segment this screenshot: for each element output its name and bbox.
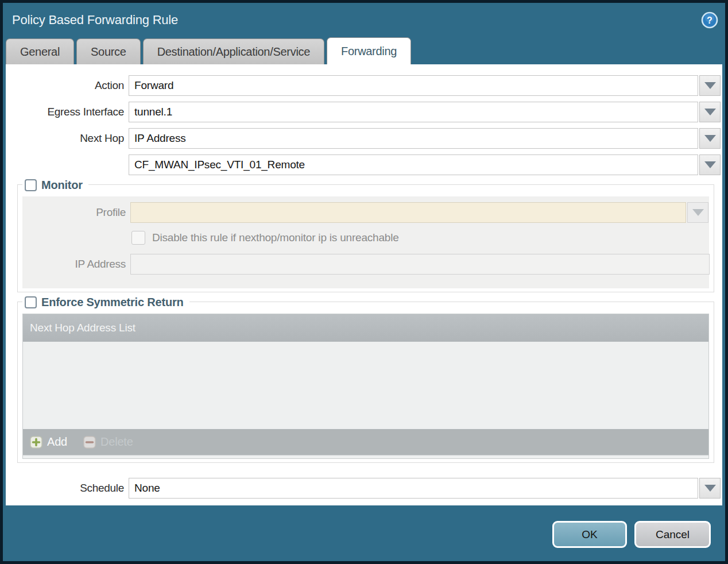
profile-select <box>130 202 686 223</box>
next-hop-type-select[interactable]: IP Address <box>129 128 698 149</box>
plus-icon <box>30 436 42 449</box>
disable-rule-label: Disable this rule if nexthop/monitor ip … <box>152 231 399 244</box>
chevron-down-icon <box>692 209 704 216</box>
chevron-down-icon <box>704 485 716 492</box>
schedule-row: Schedule None <box>11 478 719 499</box>
next-hop-row: Next Hop IP Address <box>11 128 719 149</box>
tab-bar: General Source Destination/Application/S… <box>3 37 725 64</box>
next-hop-address-field[interactable]: CF_MWAN_IPsec_VTI_01_Remote <box>129 154 698 175</box>
schedule-dropdown-button[interactable] <box>699 478 721 499</box>
action-select[interactable]: Forward <box>129 75 698 96</box>
tab-destination-application-service[interactable]: Destination/Application/Service <box>143 38 324 64</box>
next-hop-address-dropdown-button[interactable] <box>699 154 721 175</box>
next-hop-label: Next Hop <box>11 132 129 145</box>
table-bottom-strip <box>22 455 709 459</box>
ok-button[interactable]: OK <box>552 521 627 548</box>
next-hop-address-list-body <box>23 342 708 429</box>
svg-text:?: ? <box>707 16 712 25</box>
tab-forwarding[interactable]: Forwarding <box>327 37 411 64</box>
enforce-symmetric-return-label: Enforce Symmetric Return <box>41 296 184 309</box>
disable-rule-row: Disable this rule if nexthop/monitor ip … <box>131 230 709 246</box>
action-label: Action <box>11 79 129 92</box>
tab-source[interactable]: Source <box>76 38 141 64</box>
tab-panel-forwarding: Action Forward Egress Interface tunnel.1… <box>6 64 722 505</box>
next-hop-address-row: CF_MWAN_IPsec_VTI_01_Remote <box>11 154 719 175</box>
egress-interface-row: Egress Interface tunnel.1 <box>11 102 719 122</box>
delete-button: Delete <box>83 435 133 449</box>
profile-dropdown-button <box>687 202 708 223</box>
next-hop-dropdown-button[interactable] <box>699 128 721 149</box>
egress-interface-select[interactable]: tunnel.1 <box>129 102 698 122</box>
monitor-section: Monitor Profile Disable this rule if nex… <box>17 184 714 292</box>
add-button-label: Add <box>47 435 67 449</box>
monitor-ip-address-input <box>130 254 710 275</box>
chevron-down-icon <box>704 161 716 168</box>
action-row: Action Forward <box>11 75 719 96</box>
enforce-symmetric-return-section: Enforce Symmetric Return Next Hop Addres… <box>17 302 714 463</box>
delete-button-label: Delete <box>100 435 133 449</box>
egress-interface-dropdown-button[interactable] <box>699 102 721 122</box>
enforce-symmetric-return-legend: Enforce Symmetric Return <box>22 294 189 310</box>
profile-row: Profile <box>22 202 709 223</box>
monitor-ip-address-label: IP Address <box>22 258 130 271</box>
monitor-checkbox[interactable] <box>25 179 37 191</box>
cancel-button[interactable]: Cancel <box>634 521 711 548</box>
dialog-titlebar: Policy Based Forwarding Rule ? <box>3 3 725 37</box>
chevron-down-icon <box>704 135 716 142</box>
pbf-rule-dialog: Policy Based Forwarding Rule ? General S… <box>0 0 728 564</box>
next-hop-address-list-table: Next Hop Address List Add <box>22 314 709 455</box>
monitor-panel: Profile Disable this rule if nexthop/mon… <box>22 196 709 288</box>
next-hop-address-list-header: Next Hop Address List <box>23 314 708 342</box>
chevron-down-icon <box>704 109 716 115</box>
monitor-ip-address-row: IP Address <box>22 254 709 275</box>
minus-icon <box>83 436 96 449</box>
monitor-legend: Monitor <box>22 177 88 193</box>
enforce-symmetric-return-checkbox[interactable] <box>25 296 37 308</box>
dialog-title: Policy Based Forwarding Rule <box>12 13 178 28</box>
egress-interface-label: Egress Interface <box>11 106 129 118</box>
help-icon[interactable]: ? <box>701 11 718 29</box>
schedule-label: Schedule <box>11 482 129 495</box>
dialog-footer: OK Cancel <box>3 505 725 561</box>
tab-general[interactable]: General <box>6 38 74 64</box>
monitor-legend-label: Monitor <box>41 179 83 192</box>
chevron-down-icon <box>704 82 716 89</box>
add-button[interactable]: Add <box>30 435 67 449</box>
action-dropdown-button[interactable] <box>699 75 721 96</box>
schedule-select[interactable]: None <box>129 478 698 499</box>
disable-rule-checkbox <box>131 231 145 245</box>
profile-label: Profile <box>22 206 130 219</box>
next-hop-address-list-toolbar: Add Delete <box>23 429 708 455</box>
